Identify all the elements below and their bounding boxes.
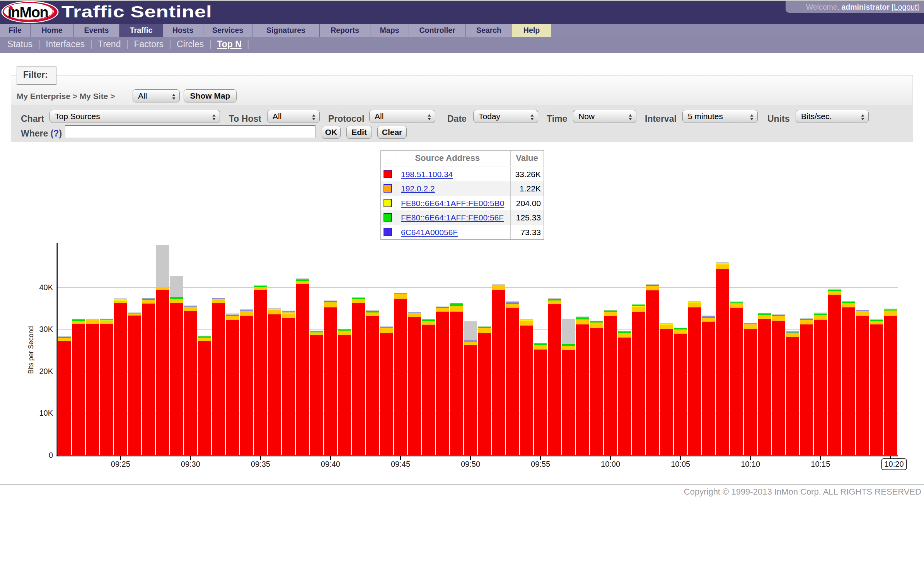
svg-text:10:20: 10:20 [884,460,904,468]
svg-text:10:05: 10:05 [671,460,690,468]
svg-text:10:15: 10:15 [811,460,830,468]
svg-text:20K: 20K [39,367,53,375]
svg-text:09:50: 09:50 [461,460,480,468]
svg-text:09:30: 09:30 [181,460,200,468]
svg-text:09:55: 09:55 [531,460,550,468]
svg-text:Bits per Second: Bits per Second [27,326,35,374]
svg-text:09:35: 09:35 [251,460,270,468]
svg-text:10K: 10K [39,409,53,417]
svg-text:09:45: 09:45 [391,460,410,468]
svg-text:10:00: 10:00 [601,460,620,468]
svg-text:10:10: 10:10 [741,460,760,468]
svg-text:inMon: inMon [8,4,48,20]
svg-text:30K: 30K [39,325,53,333]
svg-text:09:25: 09:25 [111,460,130,468]
svg-text:09:40: 09:40 [321,460,340,468]
svg-text:0: 0 [49,451,53,459]
svg-text:40K: 40K [39,283,53,292]
